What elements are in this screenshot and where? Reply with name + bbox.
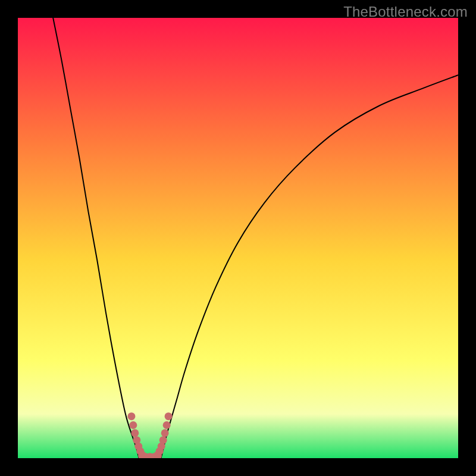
valley-marker — [163, 421, 171, 429]
plot-area — [18, 18, 458, 458]
valley-marker — [161, 429, 169, 437]
valley-marker — [165, 412, 173, 420]
valley-marker — [129, 421, 137, 429]
valley-marker — [127, 412, 135, 420]
outer-frame: TheBottleneck.com — [0, 0, 476, 476]
gradient-background — [18, 18, 458, 458]
valley-marker — [131, 429, 139, 437]
watermark-text: TheBottleneck.com — [343, 4, 468, 20]
bottleneck-chart — [18, 18, 458, 458]
valley-marker — [159, 436, 167, 444]
